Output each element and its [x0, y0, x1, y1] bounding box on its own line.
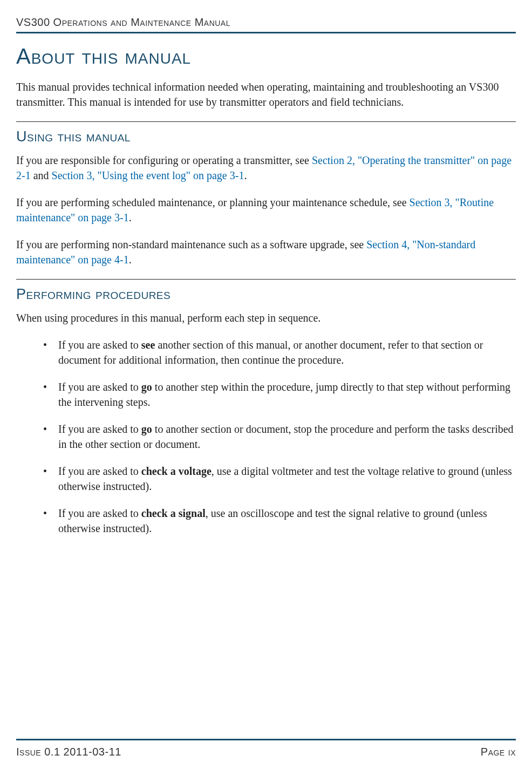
- header-rule: [16, 32, 516, 33]
- section-title-performing: Performing procedures: [16, 286, 516, 303]
- footer-issue-date: Issue 0.1 2011-03-11: [16, 746, 121, 758]
- section-title-using: Using this manual: [16, 128, 516, 145]
- text-fragment: .: [129, 212, 132, 223]
- bold-term: go: [141, 423, 152, 435]
- footer-rule: [16, 739, 516, 740]
- performing-intro: When using procedures in this manual, pe…: [16, 310, 516, 325]
- main-title: About this manual: [16, 44, 516, 69]
- text-fragment: .: [244, 169, 247, 181]
- list-item: If you are asked to go to another step w…: [43, 379, 516, 410]
- intro-paragraph: This manual provides technical informati…: [16, 79, 516, 110]
- cross-ref-link[interactable]: Section 3, "Using the event log" on page…: [52, 169, 244, 181]
- text-fragment: If you are asked to: [58, 423, 141, 435]
- text-fragment: If you are asked to: [58, 507, 141, 519]
- bold-term: see: [141, 339, 155, 351]
- footer-row: Issue 0.1 2011-03-11 Page ix: [16, 746, 516, 758]
- text-fragment: If you are asked to: [58, 381, 141, 393]
- bold-term: check a signal: [141, 507, 206, 519]
- using-para-2: If you are performing scheduled maintena…: [16, 195, 516, 225]
- text-fragment: If you are responsible for configuring o…: [16, 154, 312, 166]
- footer-page-number: Page ix: [481, 746, 516, 758]
- text-fragment: If you are performing non-standard maint…: [16, 239, 366, 250]
- section-divider: [16, 279, 516, 280]
- page-footer: Issue 0.1 2011-03-11 Page ix: [16, 739, 516, 758]
- list-item: If you are asked to check a signal, use …: [43, 506, 516, 536]
- list-item: If you are asked to see another section …: [43, 337, 516, 368]
- section-divider: [16, 121, 516, 122]
- bold-term: check a voltage: [141, 465, 212, 477]
- page-header: VS300 Operations and Maintenance Manual: [16, 16, 516, 32]
- text-fragment: If you are asked to: [58, 339, 141, 351]
- list-item: If you are asked to go to another sectio…: [43, 421, 516, 452]
- list-item: If you are asked to check a voltage, use…: [43, 464, 516, 494]
- bold-term: go: [141, 381, 152, 393]
- text-fragment: .: [129, 254, 132, 266]
- using-para-3: If you are performing non-standard maint…: [16, 237, 516, 267]
- text-fragment: If you are asked to: [58, 465, 141, 477]
- using-para-1: If you are responsible for configuring o…: [16, 153, 516, 183]
- procedure-bullet-list: If you are asked to see another section …: [16, 337, 516, 536]
- text-fragment: If you are performing scheduled maintena…: [16, 196, 410, 208]
- text-fragment: and: [31, 169, 52, 181]
